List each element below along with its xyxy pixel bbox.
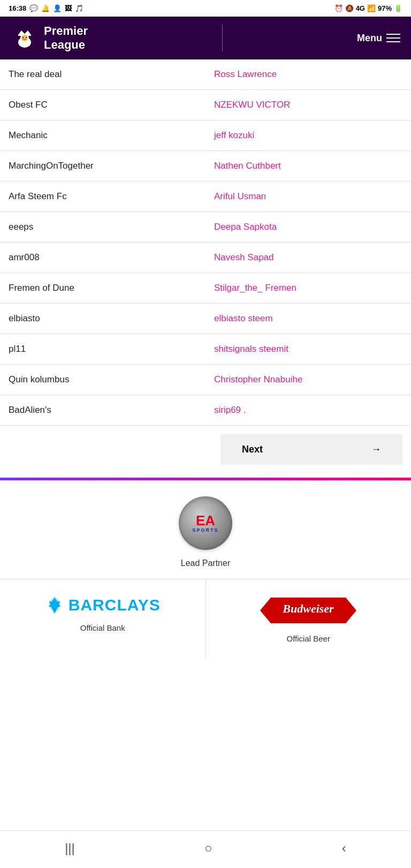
next-button[interactable]: Next → [220,434,402,465]
team-name: Quin kolumbus [0,365,206,395]
team-name: Arfa Steem Fc [0,182,206,212]
bell-icon: 🔔 [41,4,50,12]
table-row: Obest FC NZEKWU VICTOR [0,90,411,120]
budweiser-sponsor: Budweiser Official Beer [206,579,412,659]
table-row: Quin kolumbus Christopher Nnabuihe [0,365,411,395]
header: PremierLeague Menu [0,17,411,59]
manager-name[interactable]: Ross Lawrence [206,59,411,90]
lead-partner-section: EA SPORTS Lead Partner [0,480,411,579]
team-name: eeeps [0,212,206,243]
status-left: 16:38 💬 🔔 👤 🖼 🎵 [9,4,83,12]
logo-text: PremierLeague [44,24,88,52]
manager-name[interactable]: NZEKWU VICTOR [206,90,411,120]
table-row: Mechanic jeff kozuki [0,120,411,151]
battery-icon: 🔋 [394,4,402,12]
nav-recents-icon[interactable]: ||| [65,841,75,856]
table-row: The real deal Ross Lawrence [0,59,411,90]
signal-icon: 📶 [367,4,376,12]
table-row: amr008 Navesh Sapad [0,243,411,273]
status-right: ⏰ 🔕 4G 📶 97% 🔋 [334,4,402,12]
next-label: Next [242,444,263,455]
logo-area: PremierLeague [11,24,88,52]
table-row: eeeps Deepa Sapkota [0,212,411,243]
table-row: MarchingOnTogether Nathen Cuthbert [0,151,411,182]
team-name: elbiasto [0,304,206,334]
table-row: elbiasto elbiasto steem [0,304,411,334]
manager-name[interactable]: Stilgar_the_ Fremen [206,273,411,304]
team-name: MarchingOnTogether [0,151,206,182]
table-row: Fremen of Dune Stilgar_the_ Fremen [0,273,411,304]
nav-bar: ||| ○ ‹ [0,831,411,868]
chat-icon: 💬 [29,4,38,12]
budweiser-logo: Budweiser [217,595,401,625]
mute-icon: 🔕 [345,4,354,12]
spotify-icon: 🎵 [75,4,83,12]
manager-name[interactable]: shitsignals steemit [206,334,411,365]
team-name: Obest FC [0,90,206,120]
ea-text: EA [196,514,215,527]
sports-text: SPORTS [192,527,218,533]
svg-point-6 [26,37,27,38]
barclays-name: BARCLAYS [68,596,161,614]
manager-name[interactable]: elbiasto steem [206,304,411,334]
network-icon: 4G [356,4,365,12]
manager-name[interactable]: jeff kozuki [206,120,411,151]
table-row: Arfa Steem Fc Ariful Usman [0,182,411,212]
svg-text:Budweiser: Budweiser [283,602,334,615]
nav-back-icon[interactable]: ‹ [342,841,346,856]
manager-name[interactable]: Ariful Usman [206,182,411,212]
user-icon: 👤 [53,4,62,12]
team-name: amr008 [0,243,206,273]
table-row: BadAlien's sirip69 . [0,395,411,426]
premier-league-logo [11,24,39,52]
lead-partner-label: Lead Partner [11,558,400,568]
manager-name[interactable]: Nathen Cuthbert [206,151,411,182]
budweiser-ribbon: Budweiser [255,595,362,625]
manager-name[interactable]: Christopher Nnabuihe [206,365,411,395]
teams-table: The real deal Ross Lawrence Obest FC NZE… [0,59,411,426]
barclays-sponsor: BARCLAYS Official Bank [0,579,206,659]
manager-name[interactable]: Navesh Sapad [206,243,411,273]
team-name: pl11 [0,334,206,365]
ea-sports-logo: EA SPORTS [179,496,232,550]
time: 16:38 [9,4,26,12]
barclays-label: Official Bank [11,623,195,632]
header-divider [222,25,223,51]
table-row: pl11 shitsignals steemit [0,334,411,365]
manager-name[interactable]: sirip69 . [206,395,411,426]
next-row: Next → [0,426,411,478]
team-name: Fremen of Dune [0,273,206,304]
team-name: Mechanic [0,120,206,151]
svg-point-5 [22,37,24,38]
svg-point-4 [21,35,28,41]
hamburger-icon [386,34,400,42]
nav-home-icon[interactable]: ○ [204,841,212,856]
team-name: The real deal [0,59,206,90]
manager-name[interactable]: Deepa Sapkota [206,212,411,243]
battery-text: 97% [378,4,392,12]
status-bar: 16:38 💬 🔔 👤 🖼 🎵 ⏰ 🔕 4G 📶 97% 🔋 [0,0,411,17]
barclays-logo: BARCLAYS [11,595,195,615]
alarm-icon: ⏰ [334,4,343,12]
menu-label: Menu [357,33,382,44]
budweiser-label: Official Beer [217,634,401,643]
team-name: BadAlien's [0,395,206,426]
sponsors-row: BARCLAYS Official Bank Budweiser Officia… [0,579,411,659]
next-arrow: → [371,444,381,455]
image-icon: 🖼 [65,4,72,12]
barclays-eagle-icon [45,595,64,615]
menu-button[interactable]: Menu [357,33,400,44]
